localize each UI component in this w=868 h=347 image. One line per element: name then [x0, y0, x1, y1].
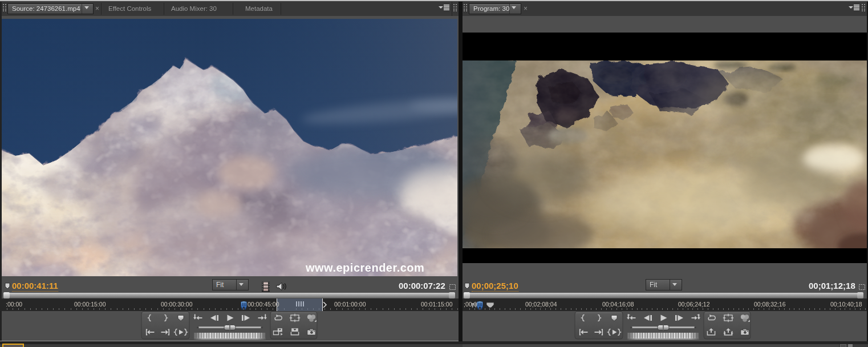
svg-text:www.epicrender.com: www.epicrender.com: [305, 261, 424, 274]
